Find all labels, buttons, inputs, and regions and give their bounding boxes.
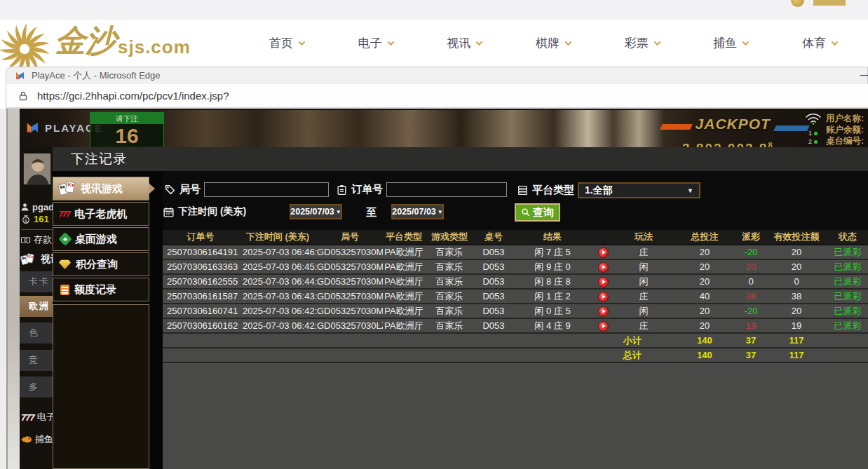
replay-button[interactable] [598,292,609,302]
cell: 已派彩 [827,245,868,259]
round-filter: 局号 [164,182,329,197]
username: pgad [32,202,53,212]
cell: 闲 8 庄 8 [513,274,592,289]
replay-button[interactable] [598,262,609,273]
cell: 0 [736,274,766,289]
window-title: PlayAce - 个人 - Microsoft Edge [32,69,161,82]
cell: 20 [736,259,766,274]
empty-cell [513,348,592,362]
replay-cell [592,274,614,289]
browser-urlbar[interactable]: https://gci.2hhapi.com/pc/pcv1/index.jsp… [6,84,868,109]
account-label: 桌台编号: [826,135,868,147]
menu-item-4[interactable]: 额度记录 [53,278,149,301]
green-dot-icon [814,140,818,144]
browser-titlebar[interactable]: PlayAce - 个人 - Microsoft Edge — [6,67,868,84]
menu-item-label: 额度记录 [74,283,116,297]
platform-selected-value: 1.全部 [585,184,613,197]
replay-button[interactable] [598,247,609,258]
nav-item-5[interactable]: 捕鱼 [713,35,748,51]
playace-logo-icon [25,120,41,135]
round-input[interactable] [204,182,329,197]
lobby-tab-0[interactable]: 卡卡 [20,271,53,292]
search-button[interactable]: 查询 [515,203,560,222]
nav-item-1[interactable]: 电子 [358,35,393,51]
fishing-menu-row[interactable]: 捕鱼 [20,433,53,446]
cell: 20 [673,245,736,259]
lobby-tab-2[interactable]: 色 [20,322,53,344]
clipboard-icon [336,184,348,196]
cell: 20 [673,304,736,318]
col-header-10: 派彩 [736,230,766,245]
deposit-row[interactable]: 存款 [20,233,52,246]
time-filter: 下注时间 (美东) [163,205,246,218]
empty-cell [425,333,474,348]
cell: 20 [766,304,827,318]
table-games-icon: ♣ [58,232,72,246]
nav-item-label: 彩票 [625,35,649,51]
nav-item-6[interactable]: 体育 [802,35,837,51]
col-header-1: 下注时间 (美东) [238,230,317,245]
order-input[interactable] [386,182,507,197]
cell: 2025-07-03 06:46:04 [238,245,317,259]
cell: 2025-07-03 06:42:58 [238,304,317,318]
nav-item-3[interactable]: 棋牌 [536,35,571,51]
col-header-11: 有效投注额 [766,230,827,245]
lobby-tab-4[interactable]: 多 [20,376,53,397]
cards-icon: 9♠K♥ [21,254,34,265]
summary-label: 总计 [592,348,673,362]
site-header: 金沙 sjs.com 首页电子视讯棋牌彩票捕鱼体育 [0,20,868,67]
cell: D053 [474,259,513,274]
signal-row: 2 [808,138,823,145]
empty-cell [238,333,317,348]
summary-value: 140 [673,348,736,362]
deposit-label: 存款 [34,233,52,246]
sun-logo-icon [0,21,53,67]
date-from-picker[interactable]: 2025/07/03▼ [290,204,342,219]
cell: 20 [673,274,736,289]
lobby-tab-3[interactable]: 竞 [20,350,53,371]
replay-button[interactable] [598,306,609,317]
cell: 闲 [614,274,673,289]
cell: 2025-07-03 06:45:18 [238,259,317,274]
lobby-tab-1[interactable]: 欧洲 [20,296,53,317]
cell: PA欧洲厅 [383,318,425,333]
cell: D053 [474,318,513,333]
summary-value: 140 [673,333,736,348]
nav-item-0[interactable]: 首页 [269,35,304,51]
chevron-down-icon [653,39,660,46]
cell: 闲 [614,304,673,318]
nav-item-2[interactable]: 视讯 [447,35,482,51]
slots-menu-label: 电子 [37,411,53,423]
replay-button[interactable] [598,277,609,287]
account-info: 用户名称:账户余额:桌台编号: [826,113,868,147]
document-icon [60,285,69,295]
summary-value: 37 [736,333,766,348]
logo-text: 金沙 [55,20,116,62]
minimize-button[interactable]: — [860,68,868,80]
slots-menu-row[interactable]: 777 电子 [21,411,53,423]
dropdown-caret-icon: ▼ [438,209,443,215]
order-filter: 订单号 [336,182,507,197]
replay-button[interactable] [598,321,609,332]
nav-item-4[interactable]: 彩票 [625,35,660,51]
site-logo[interactable]: 金沙 sjs.com [0,20,191,67]
menu-item-0[interactable]: 9♠K♥视讯游戏 [53,177,149,200]
subtotal-row: 小计14037117 [163,333,868,348]
screenshot-root: 金沙 sjs.com 首页电子视讯棋牌彩票捕鱼体育 PlayAce - 个人 -… [0,0,868,469]
menu-item-2[interactable]: ♣桌面游戏 [53,227,149,251]
menu-item-1[interactable]: 777电子老虎机 [53,202,149,226]
menu-item-3[interactable]: 积分查询 [53,252,149,276]
date-to-picker[interactable]: 2025/07/03▼ [391,204,444,219]
cell: 已派彩 [827,259,868,274]
platform-list-icon [517,184,529,196]
cell: 百家乐 [425,274,474,289]
order-label: 订单号 [351,183,383,196]
video-menu-row[interactable]: 9♠K♥ 视讯 [21,252,53,266]
cell: 38 [736,289,766,304]
search-button-label: 查询 [533,206,554,219]
avatar[interactable] [23,153,51,185]
empty-cell [317,348,383,362]
platform-select[interactable]: 1.全部 ▼ [578,182,700,198]
replay-cell [592,304,614,318]
cell: GD053257030M4 [317,245,383,259]
